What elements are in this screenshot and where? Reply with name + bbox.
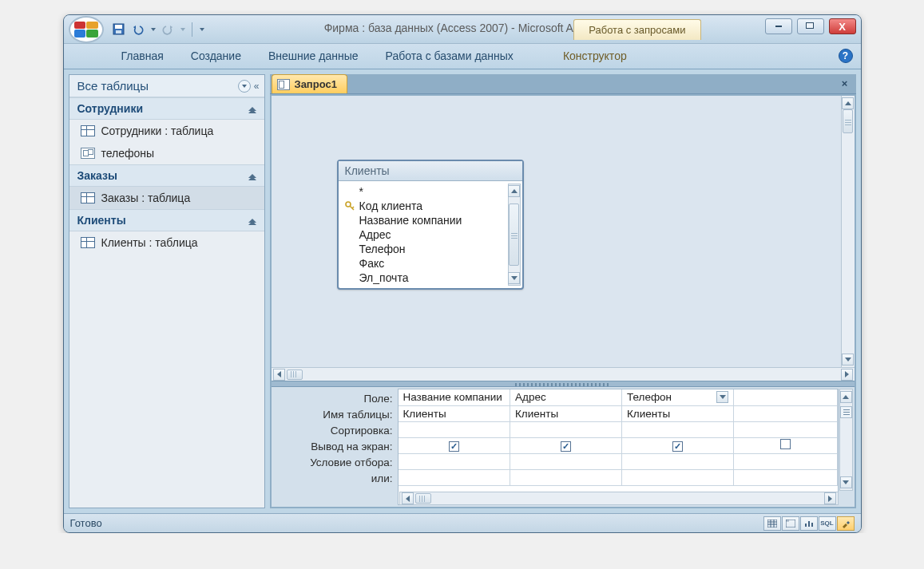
- grid-selector-icon[interactable]: [840, 406, 852, 418]
- grid-h-scrollbar[interactable]: [399, 492, 839, 505]
- svg-rect-11: [805, 524, 807, 527]
- save-icon[interactable]: [112, 22, 126, 37]
- checkbox-icon[interactable]: [561, 441, 571, 452]
- scroll-up-icon[interactable]: [842, 97, 854, 109]
- field-row[interactable]: Эл_почта: [339, 271, 522, 285]
- nav-item[interactable]: Клиенты : таблица: [69, 231, 264, 254]
- grid-cell[interactable]: [622, 437, 734, 453]
- minimize-button[interactable]: [765, 18, 792, 34]
- ribbon-tab-external[interactable]: Внешние данные: [265, 45, 362, 69]
- nav-item[interactable]: телефоны: [69, 142, 264, 164]
- ribbon-tab-design[interactable]: Конструктор: [560, 45, 630, 69]
- view-design-icon[interactable]: [837, 516, 855, 531]
- cell-dropdown-icon[interactable]: [716, 391, 728, 403]
- grid-row-or: [399, 469, 838, 485]
- grid-cell[interactable]: Телефон: [622, 389, 734, 405]
- grid-cell[interactable]: [510, 421, 622, 437]
- field-list-scrollbar[interactable]: [508, 184, 521, 286]
- scroll-thumb[interactable]: [509, 203, 519, 266]
- grid-cell[interactable]: [622, 453, 734, 469]
- redo-icon[interactable]: [161, 22, 175, 37]
- chevron-up-icon: [248, 219, 256, 223]
- grid-cell[interactable]: [510, 453, 622, 469]
- grid-cell[interactable]: [734, 453, 838, 469]
- view-pivottable-icon[interactable]: [782, 516, 799, 531]
- nav-group-header[interactable]: Сотрудники: [69, 98, 264, 120]
- grid-cell[interactable]: [734, 437, 838, 453]
- grid-cell[interactable]: [622, 421, 734, 437]
- designer-v-scrollbar[interactable]: [841, 96, 855, 367]
- view-pivotchart-icon[interactable]: [800, 516, 818, 531]
- field-label: Адрес: [359, 228, 391, 241]
- grid-cell[interactable]: [399, 421, 510, 437]
- scroll-down-icon[interactable]: [842, 354, 854, 366]
- table-field-list[interactable]: Клиенты * Код клиента Название компании …: [337, 160, 524, 290]
- checkbox-icon[interactable]: [449, 441, 459, 452]
- grid-cell[interactable]: [734, 405, 838, 421]
- scroll-left-icon[interactable]: [402, 492, 414, 504]
- scroll-thumb[interactable]: [843, 109, 853, 133]
- grid-v-scrollbar[interactable]: [839, 389, 853, 491]
- nav-group-header[interactable]: Заказы: [69, 165, 264, 187]
- field-row[interactable]: Факс: [339, 256, 522, 271]
- grid-table[interactable]: Название компании Адрес Телефон Клиенты: [398, 389, 839, 505]
- designer-surface[interactable]: Клиенты * Код клиента Название компании …: [272, 96, 855, 367]
- checkbox-icon[interactable]: [672, 441, 683, 452]
- scroll-right-icon[interactable]: [841, 369, 853, 381]
- ribbon-tab-create[interactable]: Создание: [188, 45, 244, 69]
- grid-cell[interactable]: [399, 453, 510, 469]
- scroll-down-icon[interactable]: [508, 272, 520, 284]
- undo-icon[interactable]: [131, 22, 145, 37]
- grid-cell[interactable]: [734, 421, 838, 437]
- grid-row-criteria: [399, 453, 838, 469]
- undo-dropdown-icon[interactable]: [151, 28, 156, 31]
- grid-cell[interactable]: Адрес: [510, 389, 622, 405]
- nav-pane-header[interactable]: Все таблицы «: [69, 75, 264, 97]
- restore-button[interactable]: [797, 18, 824, 34]
- grid-cell[interactable]: [399, 437, 510, 453]
- field-row[interactable]: Адрес: [339, 227, 522, 242]
- grid-cell[interactable]: [510, 437, 622, 453]
- field-row[interactable]: Название компании: [339, 213, 522, 227]
- scroll-thumb[interactable]: [415, 493, 431, 504]
- field-row[interactable]: Телефон: [339, 242, 522, 256]
- ribbon-tab-dbtools[interactable]: Работа с базами данных: [383, 45, 517, 69]
- scroll-down-icon[interactable]: [840, 476, 852, 488]
- help-icon[interactable]: ?: [839, 49, 853, 63]
- grid-cell[interactable]: Клиенты: [399, 405, 510, 421]
- scroll-left-icon[interactable]: [273, 369, 285, 381]
- nav-filter-dropdown-icon[interactable]: [238, 80, 251, 93]
- document-tab-label: Запрос1: [295, 78, 337, 90]
- view-sql-icon[interactable]: SQL: [819, 516, 836, 531]
- document-tab[interactable]: Запрос1: [272, 74, 347, 93]
- grid-cell[interactable]: [510, 469, 622, 485]
- grid-cell[interactable]: Клиенты: [510, 405, 622, 421]
- grid-cell[interactable]: [622, 469, 734, 485]
- qat-customize-icon[interactable]: [200, 28, 204, 31]
- redo-dropdown-icon[interactable]: [180, 28, 185, 31]
- scroll-up-icon[interactable]: [840, 391, 852, 403]
- nav-item[interactable]: Сотрудники : таблица: [69, 120, 264, 142]
- pane-splitter[interactable]: [272, 381, 855, 387]
- document-close-icon[interactable]: ×: [839, 77, 851, 89]
- nav-collapse-icon[interactable]: «: [254, 81, 260, 92]
- scroll-up-icon[interactable]: [508, 185, 520, 197]
- view-datasheet-icon[interactable]: [763, 516, 781, 531]
- grid-cell[interactable]: Клиенты: [622, 405, 734, 421]
- grid-cell[interactable]: [734, 469, 838, 485]
- grid-cell[interactable]: [734, 389, 838, 405]
- office-button[interactable]: [69, 16, 104, 43]
- field-row[interactable]: Код клиента: [339, 199, 522, 213]
- scroll-right-icon[interactable]: [824, 492, 836, 504]
- grid-cell[interactable]: Название компании: [399, 389, 510, 405]
- nav-item[interactable]: Заказы : таблица: [69, 187, 264, 209]
- field-row[interactable]: *: [339, 184, 522, 199]
- scroll-thumb[interactable]: [287, 369, 303, 380]
- checkbox-icon[interactable]: [780, 439, 791, 449]
- ribbon-tab-home[interactable]: Главная: [118, 45, 167, 69]
- designer-h-scrollbar[interactable]: [272, 367, 855, 381]
- nav-group-header[interactable]: Клиенты: [69, 210, 264, 231]
- query-grid: Поле: Имя таблицы: Сортировка: Вывод на …: [272, 387, 855, 507]
- close-button[interactable]: X: [829, 18, 856, 34]
- grid-cell[interactable]: [399, 469, 510, 485]
